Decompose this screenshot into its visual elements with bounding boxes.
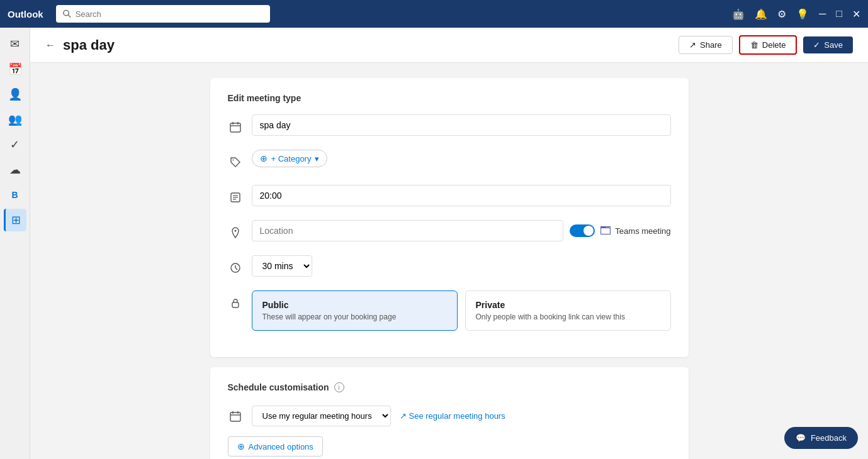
- visibility-private-card[interactable]: Private Only people with a booking link …: [465, 290, 671, 331]
- schedule-title-row: Schedule customisation i: [228, 382, 671, 392]
- sidebar-item-calendar[interactable]: 📅: [4, 58, 26, 80]
- notifications-icon[interactable]: 🔔: [755, 8, 767, 20]
- sidebar-item-groups[interactable]: 👥: [4, 108, 26, 131]
- meeting-name-row: [228, 114, 671, 138]
- see-hours-link[interactable]: ↗ See regular meeting hours: [400, 411, 505, 421]
- app-brand: Outlook: [8, 9, 43, 19]
- location-row: ⁠🗔 Teams meeting: [228, 220, 671, 244]
- visibility-row: Public These will appear on your booking…: [228, 290, 671, 331]
- svg-rect-2: [230, 123, 240, 132]
- minimize-icon[interactable]: ─: [819, 8, 826, 19]
- teams-icon: ⁠🗔: [600, 224, 611, 238]
- schedule-section: Schedule customisation i Use my regular …: [210, 367, 689, 459]
- edit-meeting-card: Edit meeting type: [210, 78, 689, 357]
- location-icon: [228, 221, 243, 244]
- back-arrow-icon: ←: [45, 40, 55, 51]
- visibility-public-title: Public: [262, 300, 447, 310]
- info-icon[interactable]: i: [334, 382, 344, 392]
- visibility-public-card[interactable]: Public These will appear on your booking…: [252, 290, 458, 331]
- sidebar-item-people[interactable]: 👤: [4, 83, 26, 106]
- svg-rect-15: [232, 302, 239, 307]
- visibility-private-title: Private: [476, 300, 660, 310]
- meeting-name-input[interactable]: [252, 114, 671, 136]
- visibility-options: Public These will appear on your booking…: [252, 290, 671, 331]
- category-content: ⊕ + Category ▾: [252, 150, 671, 167]
- teams-label: ⁠🗔 Teams meeting: [600, 224, 670, 238]
- mins-row: 30 mins 60 mins 90 mins: [228, 255, 671, 279]
- duration-select[interactable]: 30 mins 60 mins 90 mins: [252, 255, 312, 277]
- share-icon: ↗: [689, 40, 696, 50]
- calendar-icon: [228, 116, 243, 138]
- schedule-title: Schedule customisation: [228, 382, 329, 392]
- teams-toggle-group: ⁠🗔 Teams meeting: [570, 224, 670, 238]
- location-inner-row: ⁠🗔 Teams meeting: [252, 220, 671, 241]
- page-header: ← spa day ↗ Share 🗑 Delete ✓ Save: [30, 28, 868, 63]
- schedule-hours-row: Use my regular meeting hours ↗ See regul…: [228, 404, 671, 428]
- notes-icon: [228, 186, 243, 209]
- delete-button[interactable]: 🗑 Delete: [739, 35, 798, 55]
- maximize-icon[interactable]: □: [836, 8, 842, 19]
- sidebar-item-bookings-grid[interactable]: ⊞: [4, 209, 26, 231]
- plus-icon: ⊕: [237, 441, 245, 451]
- back-button[interactable]: ←: [45, 40, 55, 51]
- lock-icon: [228, 292, 243, 314]
- advanced-options-button[interactable]: ⊕ Advanced options: [228, 436, 323, 456]
- tag-icon: [228, 151, 243, 174]
- page-title: spa day: [63, 37, 671, 53]
- trash-icon: 🗑: [750, 40, 758, 50]
- settings-icon[interactable]: ⚙: [777, 8, 786, 20]
- svg-point-11: [234, 230, 236, 232]
- visibility-private-desc: Only people with a booking link can view…: [476, 312, 660, 321]
- close-icon[interactable]: ✕: [852, 8, 860, 20]
- svg-line-14: [235, 268, 237, 270]
- sidebar-item-bookings-b[interactable]: B: [4, 184, 26, 206]
- category-row: ⊕ + Category ▾: [228, 150, 671, 174]
- share-button[interactable]: ↗ Share: [679, 36, 733, 54]
- visibility-public-desc: These will appear on your booking page: [262, 312, 447, 321]
- advanced-options-row: ⊕ Advanced options: [228, 436, 671, 456]
- copilot-icon[interactable]: 🤖: [732, 8, 745, 20]
- location-input[interactable]: [252, 220, 564, 241]
- header-actions: ↗ Share 🗑 Delete ✓ Save: [679, 35, 853, 55]
- sidebar-item-onedrive[interactable]: ☁: [4, 158, 26, 181]
- content-area: ← spa day ↗ Share 🗑 Delete ✓ Save: [30, 28, 868, 459]
- search-input[interactable]: [76, 9, 264, 19]
- location-content: ⁠🗔 Teams meeting: [252, 220, 671, 241]
- time-row: [228, 185, 671, 209]
- svg-rect-16: [230, 412, 240, 421]
- svg-point-6: [232, 160, 234, 161]
- check-icon: ✓: [813, 40, 820, 50]
- clock-icon: [228, 257, 243, 279]
- chevron-down-icon: ▾: [315, 154, 319, 163]
- visibility-content: Public These will appear on your booking…: [252, 290, 671, 331]
- form-area: Edit meeting type: [30, 63, 868, 459]
- search-box[interactable]: [56, 5, 270, 23]
- topbar: Outlook 🤖 🔔 ⚙ 💡 ─ □ ✕: [0, 0, 868, 28]
- feedback-button[interactable]: 💬 Feedback: [784, 427, 858, 449]
- main-layout: ✉ 📅 👤 👥 ✓ ☁ B ⊞ ← spa day ↗ Share 🗑 Dele…: [0, 28, 868, 459]
- sidebar-item-mail[interactable]: ✉: [4, 33, 26, 55]
- svg-line-1: [68, 15, 70, 18]
- duration-input[interactable]: [252, 185, 671, 206]
- meeting-name-content: [252, 114, 671, 136]
- time-content: [252, 185, 671, 206]
- external-link-icon: ↗: [400, 411, 407, 421]
- mins-content: 30 mins 60 mins 90 mins: [252, 255, 671, 277]
- sidebar: ✉ 📅 👤 👥 ✓ ☁ B ⊞: [0, 28, 30, 459]
- schedule-calendar-icon: [228, 405, 243, 428]
- save-button[interactable]: ✓ Save: [803, 36, 853, 53]
- sidebar-item-tasks[interactable]: ✓: [4, 133, 26, 156]
- help-icon[interactable]: 💡: [796, 8, 809, 20]
- form-section-title: Edit meeting type: [228, 93, 671, 103]
- hours-select[interactable]: Use my regular meeting hours: [252, 406, 391, 426]
- svg-point-0: [64, 10, 69, 15]
- topbar-icons: 🤖 🔔 ⚙ 💡 ─ □ ✕: [732, 8, 860, 20]
- plus-icon: ⊕: [260, 153, 268, 163]
- feedback-icon: 💬: [796, 433, 806, 443]
- teams-toggle[interactable]: [570, 224, 595, 237]
- category-button[interactable]: ⊕ + Category ▾: [252, 150, 328, 167]
- search-icon: [62, 9, 72, 19]
